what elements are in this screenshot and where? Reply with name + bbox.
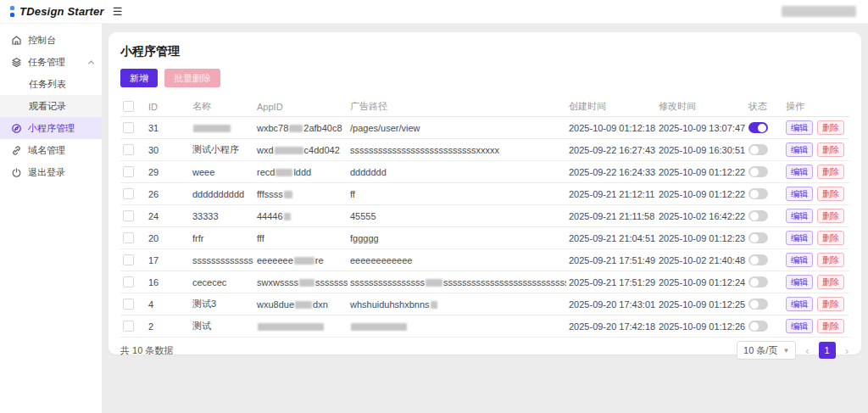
edit-button[interactable]: 编辑 [786, 187, 813, 201]
table-cell [190, 123, 254, 133]
column-header: ID [146, 102, 190, 112]
edit-button[interactable]: 编辑 [786, 297, 813, 311]
delete-button[interactable]: 删除 [817, 231, 844, 245]
status-toggle[interactable] [748, 321, 768, 332]
page-size-select[interactable]: 10 条/页 ▼ [737, 341, 796, 360]
status-toggle[interactable] [748, 276, 768, 287]
next-page-button[interactable]: › [844, 345, 849, 356]
table-cell: 测试3 [190, 298, 254, 310]
delete-button[interactable]: 删除 [817, 275, 844, 289]
row-checkbox[interactable] [123, 166, 134, 177]
delete-button[interactable]: 删除 [817, 142, 844, 157]
column-header: 操作 [783, 100, 849, 113]
row-checkbox[interactable] [123, 122, 134, 133]
table-cell: 2025-09-21 21:04:51 [566, 233, 656, 243]
status-toggle[interactable] [748, 144, 768, 155]
table-cell: 45555 [348, 211, 566, 221]
table-row: 2测试2025-09-20 17:42:182025-10-09 01:12:2… [120, 315, 849, 338]
hamburger-icon[interactable]: ☰ [113, 6, 123, 17]
delete-button[interactable]: 删除 [817, 187, 844, 201]
status-toggle[interactable] [748, 210, 768, 221]
row-checkbox[interactable] [123, 188, 134, 199]
table-cell [348, 321, 566, 332]
table-cell: 2025-09-20 17:42:18 [566, 321, 656, 332]
table-cell: wxu8duedxn [254, 299, 348, 310]
table-cell: 2025-10-09 16:30:51 [656, 145, 746, 155]
page-size-value: 10 条/页 [743, 344, 777, 357]
edit-button[interactable]: 编辑 [786, 142, 813, 157]
sidebar-item-logout[interactable]: 退出登录 [0, 161, 102, 183]
table-cell: fggggg [348, 233, 566, 243]
edit-button[interactable]: 编辑 [786, 231, 813, 245]
page-number-button[interactable]: 1 [819, 342, 836, 359]
table-cell: /pages/user/view [348, 123, 566, 133]
table-cell: 2025-09-21 17:51:49 [566, 255, 656, 265]
table-cell: eeeeeeeeeeee [348, 255, 566, 265]
sidebar-item-task-management[interactable]: 任务管理 [0, 51, 102, 73]
table-cell: 2025-10-09 01:12:22 [656, 189, 746, 199]
redacted-text [294, 257, 314, 265]
row-checkbox[interactable] [123, 321, 134, 332]
select-all-checkbox[interactable] [123, 101, 134, 112]
table-cell: 2025-10-09 01:12:25 [656, 299, 746, 310]
row-checkbox[interactable] [123, 210, 134, 221]
add-button[interactable]: 新增 [120, 69, 158, 87]
row-checkbox[interactable] [123, 254, 134, 265]
delete-button[interactable]: 删除 [817, 165, 844, 179]
compass-icon [11, 123, 22, 134]
page-title: 小程序管理 [120, 44, 849, 59]
sidebar-item-task-list[interactable]: 任务列表 [0, 73, 102, 95]
table-row: 30测试小程序wxdc4dd042sssssssssssssssssssssss… [120, 139, 849, 161]
table-cell: sssssssssssss [190, 255, 254, 265]
edit-button[interactable]: 编辑 [786, 319, 813, 333]
status-toggle[interactable] [748, 299, 768, 310]
redacted-text [284, 191, 292, 198]
table-cell: 29 [146, 167, 190, 177]
edit-button[interactable]: 编辑 [786, 120, 813, 135]
redacted-text [275, 147, 303, 154]
table-cell: 2025-10-09 01:12:26 [656, 321, 746, 332]
status-toggle[interactable] [748, 188, 768, 199]
table-cell: 26 [146, 189, 190, 199]
content-card: 小程序管理 新增 批量删除 ID名称AppID广告路径创建时间修改时间状态操作 … [108, 32, 861, 354]
sidebar-item-label: 任务管理 [28, 56, 65, 69]
row-checkbox[interactable] [123, 232, 134, 243]
prev-page-button[interactable]: ‹ [804, 345, 810, 356]
home-icon [11, 35, 22, 46]
row-checkbox[interactable] [123, 299, 134, 310]
table-footer: 共 10 条数据 10 条/页 ▼ ‹ 1 › [120, 338, 849, 363]
table-cell: whshuiduhshxbnns [348, 299, 566, 310]
table-cell: ssssssssssssssssssssssssssssssssssssssss… [348, 277, 566, 287]
table-row: 31wxbc782afb40c8/pages/user/view2025-10-… [120, 117, 849, 139]
status-toggle[interactable] [748, 166, 768, 177]
delete-button[interactable]: 删除 [817, 209, 844, 223]
row-checkbox[interactable] [123, 276, 134, 287]
delete-button[interactable]: 删除 [817, 253, 844, 267]
status-toggle[interactable] [748, 254, 768, 265]
table-row: 243333344446455552025-09-21 21:11:582025… [120, 205, 849, 227]
delete-button[interactable]: 删除 [817, 120, 844, 135]
sidebar-item-watch-records[interactable]: 观看记录 [0, 95, 102, 117]
delete-button[interactable]: 删除 [817, 319, 844, 333]
delete-button[interactable]: 删除 [817, 297, 844, 311]
status-toggle[interactable] [748, 232, 768, 243]
sidebar-item-domain-management[interactable]: 域名管理 [0, 139, 102, 161]
row-checkbox[interactable] [123, 144, 134, 155]
edit-button[interactable]: 编辑 [786, 209, 813, 223]
table-cell: 16 [146, 277, 190, 287]
redacted-text [295, 301, 312, 309]
edit-button[interactable]: 编辑 [786, 165, 813, 179]
table-row: 20frfrffffggggg2025-09-21 21:04:512025-1… [120, 227, 849, 249]
table-cell: 2025-09-22 16:27:43 [566, 145, 656, 155]
sidebar-item-console[interactable]: 控制台 [0, 29, 102, 51]
chevron-up-icon [87, 59, 95, 66]
status-toggle[interactable] [748, 122, 768, 133]
redacted-text [284, 213, 291, 220]
table-cell: dddddddddd [190, 189, 254, 199]
user-account-redacted[interactable] [782, 6, 856, 17]
table-cell: 2025-09-21 17:51:29 [566, 277, 656, 287]
edit-button[interactable]: 编辑 [786, 253, 813, 267]
sidebar-item-miniprogram-management[interactable]: 小程序管理 [0, 117, 102, 139]
edit-button[interactable]: 编辑 [786, 275, 813, 289]
batch-delete-button[interactable]: 批量删除 [164, 69, 220, 87]
